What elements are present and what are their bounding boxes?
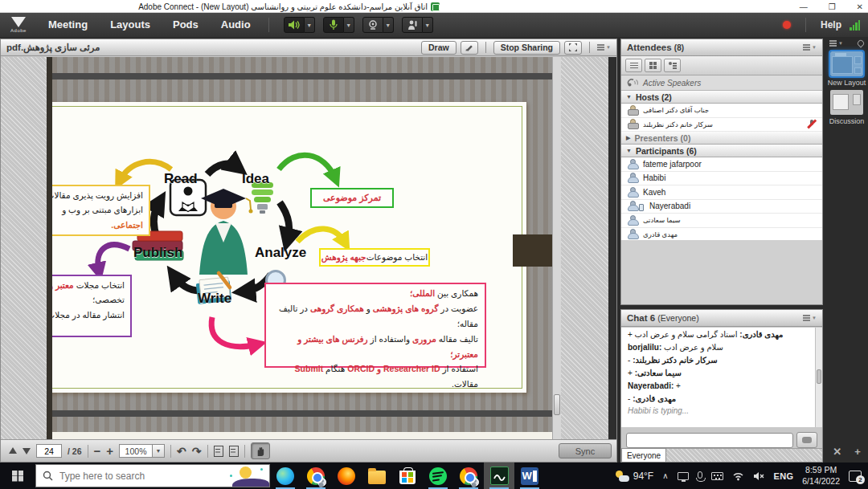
send-message-button[interactable] — [796, 432, 817, 448]
maximize-button[interactable]: ❐ — [829, 2, 836, 11]
chat-messages: مهدی قادری: استاد گرامی سلام و عرض ادب +… — [621, 328, 822, 427]
redo-button[interactable]: ↷ — [192, 446, 202, 457]
speaker-dropdown[interactable]: ▼ — [305, 17, 315, 33]
window-title: اتاق آنلاین مراسم-دانشکده علوم تربیتی و … — [138, 2, 428, 11]
taskbar-app-explorer[interactable] — [362, 463, 392, 489]
document-scrollbar[interactable] — [552, 57, 561, 441]
close-layout-button[interactable]: ✕ — [833, 446, 841, 458]
webcam-button[interactable] — [362, 17, 383, 33]
taskbar-app-chrome-2[interactable] — [453, 463, 484, 489]
chat-input[interactable] — [626, 433, 793, 448]
taskbar-app-spotify[interactable] — [423, 463, 453, 489]
chat-message: مهدی قادری: استاد گرامی سلام و عرض ادب + — [621, 328, 822, 340]
list-view-button[interactable] — [625, 59, 642, 72]
word-icon: W — [521, 467, 538, 485]
sync-button[interactable]: Sync — [559, 443, 612, 458]
taskbar-app-word[interactable]: W — [514, 463, 545, 489]
document-view: Read Idea Analyze Write Publish تمرکز مو… — [1, 57, 616, 441]
tray-overflow-chevron[interactable]: ∧ — [662, 471, 668, 480]
draw-button[interactable]: Draw — [421, 41, 457, 55]
menu-pods[interactable]: Pods — [162, 13, 210, 37]
presenters-section-header[interactable]: ▶ Presenters (0) — [621, 132, 822, 145]
microphone-tray-icon[interactable] — [698, 471, 702, 479]
zoom-out-button[interactable]: − — [94, 445, 101, 457]
pan-tool-button[interactable] — [251, 442, 270, 459]
keyboard-icon[interactable] — [711, 472, 723, 480]
attendee-row[interactable]: Habibi — [621, 172, 822, 186]
connection-signal-icon[interactable] — [850, 20, 860, 31]
status-dropdown[interactable]: ▼ — [423, 17, 433, 33]
fit-width-button[interactable] — [229, 446, 239, 457]
undo-button[interactable]: ↶ — [177, 446, 186, 457]
next-page-button[interactable] — [23, 448, 31, 458]
wifi-icon[interactable] — [732, 471, 744, 481]
previous-page-button[interactable] — [9, 443, 17, 454]
taskbar-clock[interactable]: 8:59 PM 6/14/2022 — [802, 465, 840, 486]
share-pod-menu[interactable]: ▼ — [597, 45, 611, 50]
callout-line: انتشار مقاله در مجلات دسترسی — [52, 308, 125, 322]
attendees-pod-menu[interactable]: ▼ — [803, 45, 817, 50]
attendee-row[interactable]: fateme jafarpoor — [621, 157, 822, 172]
menu-audio[interactable]: Audio — [210, 13, 262, 37]
status-view-button[interactable] — [664, 59, 681, 72]
zoom-level-select[interactable]: 100% ▼ — [119, 444, 165, 458]
start-button[interactable] — [0, 463, 35, 489]
page-number-input[interactable] — [36, 444, 62, 458]
taskbar-app-edge[interactable] — [270, 463, 301, 489]
callout-line: افزایش رویت پذیری مقالات — [52, 188, 143, 202]
att endee-row[interactable]: Nayerabadi — [621, 200, 822, 214]
chat-scrollbar[interactable] — [815, 328, 822, 427]
divider — [244, 445, 245, 458]
pin-icon[interactable] — [856, 39, 865, 47]
raise-hand-button[interactable] — [402, 17, 423, 33]
file-explorer-icon — [368, 471, 386, 484]
chat-pod-menu[interactable]: ▼ — [803, 316, 817, 320]
fullscreen-button[interactable] — [564, 41, 582, 55]
zoom-in-button[interactable]: + — [106, 445, 113, 457]
display-icon[interactable] — [678, 472, 689, 480]
hosts-section-header[interactable]: ▼ Hosts (2) — [621, 91, 822, 104]
close-button[interactable]: ✕ — [857, 2, 863, 11]
layouts-panel-menu[interactable]: ▼ — [829, 41, 843, 46]
attendee-row[interactable]: سیما سعادتی — [621, 214, 822, 228]
windows-logo-icon — [12, 471, 23, 482]
microphone-dropdown[interactable]: ▼ — [344, 17, 354, 33]
participants-section-header[interactable]: ▼ Participants (6) — [621, 145, 822, 157]
language-indicator[interactable]: ENG — [774, 471, 794, 481]
tab-everyone[interactable]: Everyone — [621, 448, 666, 462]
layout-discussion[interactable] — [830, 90, 863, 115]
fit-page-button[interactable] — [214, 446, 223, 457]
search-input[interactable] — [59, 471, 263, 482]
taskbar-search[interactable] — [35, 464, 270, 487]
grid-view-button[interactable] — [645, 59, 661, 72]
taskbar-app-store[interactable] — [392, 463, 423, 489]
stop-sharing-button[interactable]: Stop Sharing — [493, 41, 560, 55]
microphone-button[interactable] — [323, 17, 344, 33]
visibility-callout-box: افزایش رویت پذیری مقالات ابزارهای مبتنی … — [52, 185, 150, 236]
taskbar-app-chrome[interactable] — [301, 463, 331, 489]
speaker-button[interactable] — [284, 17, 305, 33]
volume-muted-icon[interactable] — [753, 471, 765, 481]
scrollbar-handle[interactable] — [817, 369, 821, 384]
page-total-label: / 26 — [68, 446, 82, 456]
help-menu[interactable]: Help — [821, 19, 841, 31]
minimize-button[interactable]: — — [800, 2, 808, 11]
webcam-control: ▼ — [362, 17, 394, 33]
pencil-tool-button[interactable] — [461, 41, 478, 55]
menu-layouts[interactable]: Layouts — [99, 13, 162, 37]
add-layout-button[interactable]: + — [854, 446, 861, 458]
menu-meeting[interactable]: Meeting — [37, 13, 99, 37]
action-center-icon[interactable]: 2 — [849, 471, 862, 482]
scrollbar-handle[interactable] — [554, 394, 560, 415]
attendee-row-host[interactable]: جناب آقای دکتر اصنافی — [621, 104, 822, 118]
layout-new-layout[interactable] — [830, 51, 863, 76]
attendee-row[interactable]: Kaveh — [621, 185, 822, 200]
taskbar-app-adobe-connect[interactable] — [484, 463, 514, 489]
participant-icon — [627, 201, 637, 211]
weather-widget[interactable]: 94°F — [616, 471, 653, 482]
chat-scope: (Everyone) — [657, 313, 698, 323]
taskbar-app-firefox[interactable] — [331, 463, 362, 489]
attendee-name: مهدی قادری — [643, 230, 678, 238]
attendee-row-host[interactable]: سرکار خانم دکتر نظربلند — [621, 118, 822, 132]
webcam-dropdown[interactable]: ▼ — [383, 17, 394, 33]
